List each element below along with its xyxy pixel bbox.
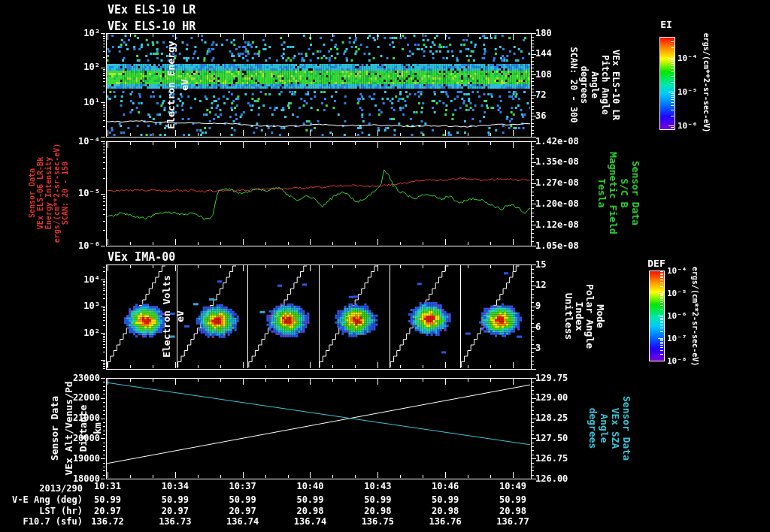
colorbar-tick-label-els: 10⁻⁴ bbox=[678, 53, 698, 63]
axis-label-line: Sensor Data bbox=[47, 381, 62, 475]
table-cell: 20.97 bbox=[74, 506, 141, 516]
time-label: 10:31 bbox=[74, 482, 141, 491]
table-cell: 20.98 bbox=[276, 506, 344, 516]
y-tick-label-mag: 1.42e-08 bbox=[535, 137, 607, 147]
table-cell: 50.99 bbox=[344, 495, 411, 505]
table-cell: 20.97 bbox=[141, 506, 209, 516]
time-label: 10:40 bbox=[276, 482, 344, 491]
colorbar-title-els: EI bbox=[651, 20, 681, 29]
els-colorbar-units: ergs/(cm**2-sr-sec-eV) bbox=[702, 33, 711, 132]
axis-label-line: Distance bbox=[76, 381, 90, 475]
colorbar-tick-label-ima: 10⁻⁸ bbox=[667, 356, 687, 366]
axis-label-line: Pitch Angle bbox=[600, 47, 611, 122]
axis-label-line: Electron Energy bbox=[165, 41, 178, 128]
table-row-label: F10.7 (sfu) bbox=[0, 517, 83, 527]
axis-label-line: Tesla bbox=[596, 152, 608, 234]
y-tick-label-eph: 129.75 bbox=[535, 373, 607, 383]
axis-label-line: S/C B bbox=[619, 152, 630, 234]
axis-label-line: Sensor Data bbox=[630, 152, 641, 234]
y-tick-label-ima: 10⁴ bbox=[29, 275, 100, 285]
els-right-axis-label: VEx ELS-10 LRPitch AngleAngledegreesSCAN… bbox=[568, 47, 621, 122]
y-tick-label-els: 10² bbox=[29, 62, 100, 72]
axis-label-line: SCAN: 20 - 150 bbox=[61, 144, 69, 243]
time-label: 10:34 bbox=[141, 482, 209, 491]
els-left-axis-label: Electron EnergyeV bbox=[165, 41, 192, 128]
table-cell: 20.98 bbox=[411, 506, 479, 516]
y-tick-label-mag: 1.05e-08 bbox=[535, 241, 607, 251]
axis-label-line: Polar Angle bbox=[584, 284, 595, 349]
axis-label-line: eV bbox=[174, 275, 187, 358]
colorbar-tick-label-ima: 10⁻⁷ bbox=[667, 334, 687, 343]
mag-left-axis-label: Sensor DataVEx ELS-06 LR-BkEnergy Intens… bbox=[28, 144, 69, 243]
table-row-label: LST (hr) bbox=[0, 506, 83, 516]
axis-label-line: VEx Alt/Venus/Pd bbox=[62, 381, 76, 475]
axis-label-line: ergs/(cm**2-sr-sec-eV) bbox=[691, 267, 699, 366]
table-cell: 50.99 bbox=[209, 495, 277, 505]
axis-label-line: degrees bbox=[579, 47, 590, 122]
y-tick-label-ima: 10² bbox=[29, 328, 100, 338]
y-tick-label-els: 10¹ bbox=[29, 98, 100, 107]
axis-label-line: VEx ELS-10 LR bbox=[611, 47, 621, 122]
eph-right-axis-label: Sensor DataVEx SZAAngledegrees bbox=[587, 396, 632, 461]
colorbar-tick-label-els: 10⁻⁶ bbox=[678, 121, 698, 131]
table-cell: 136.76 bbox=[411, 517, 479, 527]
ima-right-axis-label: ModePolar AngleIndexUnitless bbox=[563, 284, 605, 349]
table-cell: 50.99 bbox=[141, 495, 209, 505]
panel-title-ima: VEx IMA-00 bbox=[108, 250, 175, 264]
table-cell: 50.99 bbox=[74, 495, 141, 505]
y-tick-label-els: 10³ bbox=[29, 29, 100, 38]
table-cell: 50.99 bbox=[411, 495, 479, 505]
time-label: 10:49 bbox=[479, 482, 547, 491]
table-cell: 136.72 bbox=[74, 517, 141, 527]
table-cell: 20.97 bbox=[209, 506, 277, 516]
table-cell: 20.98 bbox=[344, 506, 411, 516]
colorbar-tick-label-ima: 10⁻⁴ bbox=[667, 266, 687, 276]
mag-right-axis-label: Sensor DataS/C BMagnetic FieldTesla bbox=[596, 152, 641, 234]
time-label: 10:46 bbox=[411, 482, 479, 491]
colorbar-tick-label-els: 10⁻⁵ bbox=[678, 87, 698, 97]
date-label: 2013/290 bbox=[0, 484, 83, 494]
axis-label-line: Angle bbox=[599, 396, 610, 461]
axis-label-line: km bbox=[90, 381, 105, 475]
eph-left-axis-label: Sensor DataVEx Alt/Venus/PdDistancekm bbox=[47, 381, 105, 475]
panel-title-els-lr: VEx ELS-10 LR bbox=[108, 3, 196, 17]
table-cell: 136.74 bbox=[276, 517, 344, 527]
axis-label-line: Sensor Data bbox=[621, 396, 632, 461]
table-row-label: V-E Ang (deg) bbox=[0, 495, 83, 505]
axis-label-line: Mode bbox=[595, 284, 605, 349]
axis-label-line: Electron Volts bbox=[160, 275, 174, 358]
axis-label-line: ergs/(cm**2-sr-sec-eV) bbox=[702, 33, 711, 132]
axis-label-line: eV bbox=[178, 41, 192, 128]
axis-label-line: Sensor Data bbox=[28, 144, 36, 243]
axis-label-line: Unitless bbox=[563, 284, 574, 349]
colorbar-tick-label-ima: 10⁻⁵ bbox=[667, 289, 687, 298]
table-cell: 136.75 bbox=[344, 517, 411, 527]
axis-label-line: Energy Intensity bbox=[44, 144, 53, 243]
table-cell: 50.99 bbox=[276, 495, 344, 505]
y-tick-label-ima: 10³ bbox=[29, 301, 100, 311]
axis-label-line: VEx SZA bbox=[610, 396, 621, 461]
y-tick-label-els: 180 bbox=[535, 29, 607, 38]
ima-left-axis-label: Electron VoltseV bbox=[160, 275, 187, 358]
table-cell: 136.77 bbox=[479, 517, 547, 527]
axis-label-line: ergs/(cm**2-sr-sec-eV) bbox=[53, 144, 61, 243]
colorbar-tick-label-ima: 10⁻⁶ bbox=[667, 311, 687, 321]
table-cell: 20.98 bbox=[479, 506, 547, 516]
axis-label-line: Magnetic Field bbox=[608, 152, 619, 234]
y-tick-label-ima: 15 bbox=[535, 260, 607, 270]
axis-label-line: SCAN: 20 - 300 bbox=[568, 47, 579, 122]
time-label: 10:43 bbox=[344, 482, 411, 491]
axis-label-line: Angle bbox=[590, 47, 600, 122]
table-cell: 50.99 bbox=[479, 495, 547, 505]
axis-label-line: VEx ELS-06 LR-Bk bbox=[36, 144, 44, 243]
ima-colorbar-units: ergs/(cm**2-sr-sec-eV) bbox=[691, 267, 699, 366]
panel-title-els-hr: VEx ELS-10 HR bbox=[108, 20, 196, 33]
axis-label-line: degrees bbox=[587, 396, 599, 461]
table-cell: 136.73 bbox=[141, 517, 209, 527]
time-label: 10:37 bbox=[209, 482, 277, 491]
axis-label-line: Index bbox=[574, 284, 584, 349]
table-cell: 136.74 bbox=[209, 517, 277, 527]
